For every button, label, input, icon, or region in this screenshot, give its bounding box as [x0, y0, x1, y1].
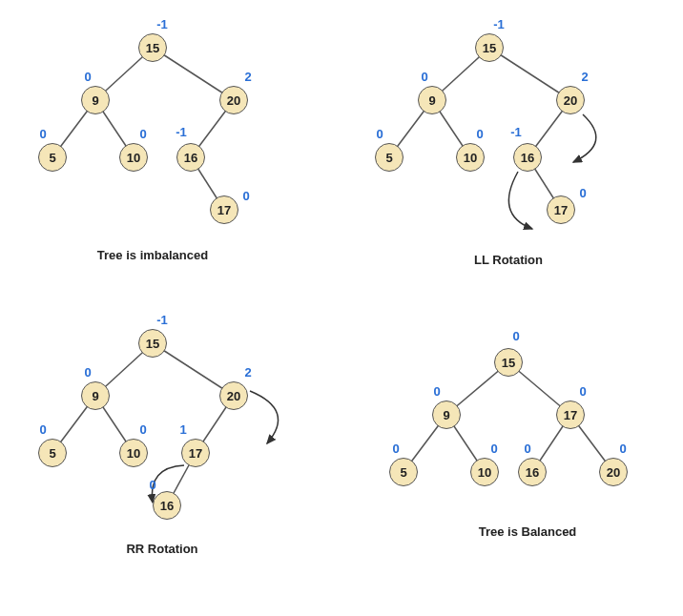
- panel-imbalanced: -1 15 0 9 2 20 0 5 0 10 -1 16 0 17 Tree …: [10, 10, 337, 296]
- tree-node: 20: [219, 381, 248, 410]
- bf-label: -1: [493, 17, 505, 31]
- bf-label: 0: [433, 384, 440, 399]
- bf-label: 0: [242, 189, 249, 203]
- bf-label: -1: [156, 17, 168, 31]
- tree-node: 17: [210, 195, 238, 224]
- tree-node: 9: [81, 381, 110, 410]
- panel-rr-rotation: -1 15 0 9 2 20 0 5 0 10 1 17 0 16 RR Rot…: [10, 305, 337, 591]
- tree-node: 5: [38, 439, 67, 467]
- diagram-grid: -1 15 0 9 2 20 0 5 0 10 -1 16 0 17 Tree …: [10, 10, 673, 591]
- bf-label: 0: [392, 441, 399, 456]
- bf-label: 0: [524, 441, 530, 456]
- tree-node: 16: [176, 143, 205, 172]
- bf-label: 0: [139, 127, 146, 141]
- panel-caption: Tree is Balanced: [479, 524, 577, 539]
- bf-label: 0: [376, 127, 383, 141]
- tree-node: 15: [138, 33, 167, 62]
- panel-caption: Tree is imbalanced: [97, 248, 208, 262]
- bf-label: 0: [139, 422, 146, 437]
- tree-node: 5: [38, 143, 67, 172]
- bf-label: 0: [421, 70, 427, 84]
- panel-caption: RR Rotation: [126, 542, 197, 556]
- tree-node: 20: [599, 458, 628, 486]
- tree-node: 10: [470, 458, 499, 486]
- bf-label: -1: [176, 125, 187, 139]
- tree-node: 15: [475, 33, 504, 62]
- bf-label: 0: [39, 127, 46, 141]
- tree-node: 17: [181, 439, 210, 467]
- tree-node: 15: [138, 329, 167, 358]
- tree-node: 16: [513, 143, 542, 172]
- tree-node: 16: [518, 458, 547, 486]
- bf-label: 0: [579, 186, 586, 200]
- bf-label: 0: [84, 365, 91, 380]
- tree-node: 15: [494, 348, 523, 377]
- bf-label: 0: [579, 384, 586, 399]
- tree-node: 17: [556, 400, 585, 429]
- bf-label: 0: [619, 441, 626, 456]
- bf-label: 2: [244, 70, 251, 84]
- panel-ll-rotation: -1 15 0 9 2 20 0 5 0 10 -1 16 0 17 LL Ro…: [346, 10, 673, 296]
- bf-label: 2: [244, 365, 251, 380]
- tree-node: 9: [81, 86, 110, 114]
- panel-caption: LL Rotation: [474, 253, 543, 267]
- bf-label: 0: [149, 478, 155, 492]
- tree-node: 17: [547, 195, 575, 224]
- tree-node: 9: [432, 400, 461, 429]
- bf-label: 0: [39, 422, 46, 437]
- tree-node: 10: [119, 143, 148, 172]
- tree-node: 10: [456, 143, 485, 172]
- bf-label: -1: [510, 125, 522, 139]
- bf-label: 0: [84, 70, 91, 84]
- tree-node: 20: [556, 86, 585, 114]
- bf-label: 0: [476, 127, 483, 141]
- tree-node: 5: [389, 458, 418, 486]
- tree-node: 9: [418, 86, 446, 114]
- bf-label: 2: [581, 70, 588, 84]
- bf-label: -1: [156, 313, 168, 327]
- tree-node: 5: [375, 143, 404, 172]
- bf-label: 0: [512, 329, 519, 343]
- bf-label: 1: [179, 422, 186, 437]
- panel-balanced: 0 15 0 9 0 17 0 5 0 10 0 16 0 20 Tree is…: [346, 305, 673, 591]
- tree-node: 20: [219, 86, 248, 114]
- bf-label: 0: [490, 441, 497, 456]
- tree-node: 10: [119, 439, 148, 467]
- tree-node: 16: [153, 491, 181, 520]
